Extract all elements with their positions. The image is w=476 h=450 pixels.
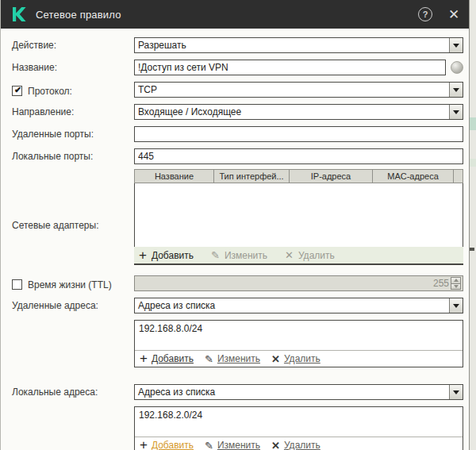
- ttl-label: Время жизни (TTL): [28, 278, 112, 290]
- local-edit-button[interactable]: ✎ Изменить: [205, 440, 260, 450]
- adapters-delete-button[interactable]: ✕ Удалить: [285, 249, 335, 261]
- adapters-edit-label: Изменить: [225, 250, 267, 261]
- remote-addresses-row: Удаленные адреса: Адреса из списка: [12, 298, 463, 313]
- remote-addresses-select[interactable]: Адреса из списка: [134, 298, 463, 313]
- dialog-title: Сетевое правило: [36, 9, 413, 21]
- name-row: Название:: [12, 60, 463, 75]
- direction-select[interactable]: Входящее / Исходящее: [134, 104, 463, 120]
- column-header-interface-type[interactable]: Тип интерфей...: [213, 169, 289, 183]
- remote-delete-button[interactable]: ✕ Удалить: [271, 353, 321, 365]
- chevron-down-icon: [453, 44, 459, 48]
- checkmark-icon: ✔: [13, 86, 23, 94]
- local-addresses-row: Локальные адреса: Адреса из списка: [12, 384, 463, 400]
- column-header-spacer: [453, 169, 463, 183]
- local-addresses-select[interactable]: Адреса из списка: [134, 384, 463, 400]
- spinner-up-icon: [454, 279, 459, 282]
- adapters-table-header: Название Тип интерфей... IP-адреса MAC-а…: [134, 169, 463, 183]
- rule-form: Действие: Разрешать Название: ✔ Протокол…: [1, 29, 469, 450]
- remote-ports-label: Удаленные порты:: [12, 126, 134, 140]
- ttl-value: 255: [433, 278, 449, 289]
- name-input[interactable]: [134, 60, 446, 75]
- protocol-dropdown-button[interactable]: [449, 83, 463, 97]
- x-icon: ✕: [271, 440, 280, 450]
- remote-address-item[interactable]: 192.168.8.0/24: [135, 321, 463, 350]
- remote-addresses-dropdown-button[interactable]: [449, 298, 463, 313]
- adapters-toolbar: + Добавить ✎ Изменить ✕ Удалить: [134, 247, 463, 263]
- action-row: Действие: Разрешать: [12, 37, 463, 53]
- protocol-label: Протокол:: [28, 84, 72, 97]
- globe-icon[interactable]: [451, 61, 463, 74]
- plus-icon: +: [140, 353, 148, 364]
- remote-edit-button[interactable]: ✎ Изменить: [205, 353, 260, 365]
- adapters-label: Сетевые адаптеры:: [12, 169, 134, 231]
- chevron-down-icon: [453, 110, 459, 114]
- ttl-row: Время жизни (TTL) 255: [12, 275, 463, 291]
- local-edit-label: Изменить: [217, 440, 260, 450]
- local-addresses-label: Локальные адреса:: [12, 384, 134, 398]
- adapters-edit-button[interactable]: ✎ Изменить: [211, 249, 267, 261]
- plus-icon: +: [139, 250, 147, 261]
- local-delete-label: Удалить: [284, 440, 321, 450]
- pencil-icon: ✎: [205, 353, 213, 365]
- local-add-button[interactable]: + Добавить: [140, 440, 194, 450]
- remote-addresses-listbox: 192.168.8.0/24 + Добавить ✎ Изменить ✕ У: [134, 320, 463, 367]
- adapters-table-body[interactable]: [134, 183, 463, 247]
- protocol-checkbox[interactable]: ✔: [12, 86, 22, 96]
- x-icon: ✕: [285, 249, 294, 261]
- close-button[interactable]: ✕: [437, 2, 461, 26]
- remote-addresses-list-row: 192.168.8.0/24 + Добавить ✎ Изменить ✕ У: [12, 320, 463, 378]
- pencil-icon: ✎: [205, 440, 213, 450]
- plus-icon: +: [140, 440, 148, 450]
- local-ports-input[interactable]: [134, 148, 463, 164]
- action-dropdown-button[interactable]: [449, 38, 463, 52]
- background-fragment: [470, 248, 474, 251]
- direction-dropdown-button[interactable]: [449, 105, 463, 119]
- action-select[interactable]: Разрешать: [134, 37, 463, 53]
- action-value: Разрешать: [138, 40, 186, 51]
- column-header-ip-addresses[interactable]: IP-адреса: [289, 169, 372, 183]
- local-addresses-list-row: 192.168.2.0/24 + Добавить ✎ Изменить ✕ У: [12, 406, 463, 450]
- local-addresses-toolbar: + Добавить ✎ Изменить ✕ Удалить: [135, 437, 463, 450]
- local-addresses-listbox: 192.168.2.0/24 + Добавить ✎ Изменить ✕ У: [134, 406, 463, 450]
- column-header-name[interactable]: Название: [134, 169, 213, 183]
- help-icon: ?: [418, 7, 432, 21]
- remote-addresses-label: Удаленные адреса:: [12, 298, 134, 311]
- name-label: Название:: [12, 60, 134, 73]
- direction-row: Направление: Входящее / Исходящее: [12, 104, 463, 120]
- close-icon: ✕: [448, 6, 459, 23]
- help-button[interactable]: ?: [413, 2, 437, 26]
- kaspersky-logo-icon: [11, 6, 27, 22]
- remote-add-label: Добавить: [152, 353, 194, 364]
- adapters-add-label: Добавить: [152, 250, 194, 261]
- adapters-add-button[interactable]: + Добавить: [139, 250, 194, 261]
- local-address-item[interactable]: 192.168.2.0/24: [135, 407, 463, 437]
- remote-add-button[interactable]: + Добавить: [140, 353, 194, 364]
- chevron-down-icon: [453, 88, 459, 92]
- background-window-sliver: [470, 0, 476, 450]
- local-ports-row: Локальные порты:: [12, 148, 463, 164]
- adapters-delete-label: Удалить: [298, 250, 335, 261]
- direction-value: Входящее / Исходящее: [138, 106, 241, 117]
- local-addresses-dropdown-button[interactable]: [449, 385, 463, 399]
- local-addresses-mode: Адреса из списка: [138, 387, 215, 398]
- background-fragment: [470, 159, 476, 167]
- spinner-down-button[interactable]: [451, 284, 461, 290]
- spinner-down-icon: [454, 285, 459, 288]
- chevron-down-icon: [453, 304, 459, 308]
- local-delete-button[interactable]: ✕ Удалить: [271, 440, 321, 450]
- remote-addresses-toolbar: + Добавить ✎ Изменить ✕ Удалить: [135, 350, 463, 367]
- remote-ports-input[interactable]: [134, 126, 463, 142]
- ttl-spinbox: 255: [134, 275, 463, 291]
- action-label: Действие:: [12, 37, 134, 51]
- remote-ports-row: Удаленные порты:: [12, 126, 463, 142]
- column-header-mac-addresses[interactable]: MAC-адреса: [372, 169, 453, 183]
- chevron-down-icon: [453, 390, 459, 394]
- protocol-value: TCP: [138, 84, 157, 95]
- protocol-row: ✔ Протокол: TCP: [12, 82, 463, 98]
- adapters-row: Сетевые адаптеры: Название Тип интерфей.…: [12, 169, 463, 265]
- protocol-select[interactable]: TCP: [134, 82, 463, 98]
- local-ports-label: Локальные порты:: [12, 148, 134, 162]
- background-fragment: [470, 117, 476, 130]
- ttl-checkbox[interactable]: [12, 279, 22, 290]
- spinner-up-button[interactable]: [451, 277, 461, 284]
